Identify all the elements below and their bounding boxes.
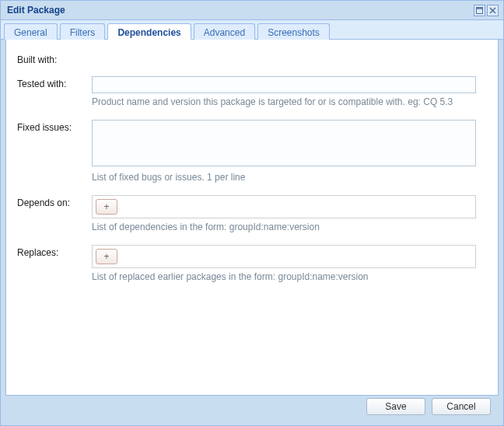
edit-package-dialog: Edit Package General Filters Dependencie… [0,0,504,426]
cancel-button[interactable]: Cancel [432,398,491,415]
titlebar: Edit Package [1,1,503,19]
dialog-body: Built with: Tested with: Product name an… [1,40,503,425]
tab-screenshots[interactable]: Screenshots [257,23,330,40]
close-button[interactable] [487,5,499,16]
plus-icon: + [103,202,109,211]
save-button[interactable]: Save [366,398,425,415]
tab-dependencies[interactable]: Dependencies [107,23,191,40]
fixed-issues-label: Fixed issues: [17,120,92,133]
depends-on-add-button[interactable]: + [96,199,117,215]
tabstrip: General Filters Dependencies Advanced Sc… [1,19,503,40]
dependencies-panel: Built with: Tested with: Product name an… [5,40,499,396]
replaces-field: + [92,245,476,268]
titlebar-tools [474,5,499,16]
replaces-add-button[interactable]: + [96,249,117,264]
tested-with-input[interactable] [92,76,476,93]
depends-on-help: List of dependencies in the form: groupI… [92,222,320,232]
tab-filters[interactable]: Filters [60,23,106,40]
fixed-issues-help: List of fixed bugs or issues. 1 per line [92,172,245,183]
fixed-issues-input[interactable] [92,120,476,166]
button-bar: Save Cancel [5,396,499,421]
replaces-help: List of replaced earlier packages in the… [92,271,369,282]
tab-general[interactable]: General [4,23,58,40]
tab-advanced[interactable]: Advanced [194,23,255,40]
maximize-icon [476,7,483,14]
built-with-label: Built with: [17,52,92,65]
maximize-button[interactable] [474,5,485,16]
tested-with-help: Product name and version this package is… [92,96,453,107]
depends-on-field: + [92,195,476,218]
tested-with-label: Tested with: [17,76,92,89]
depends-on-label: Depends on: [17,195,92,208]
plus-icon: + [103,252,109,261]
dialog-title: Edit Package [7,5,474,16]
replaces-label: Replaces: [17,245,92,258]
close-icon [489,7,496,14]
